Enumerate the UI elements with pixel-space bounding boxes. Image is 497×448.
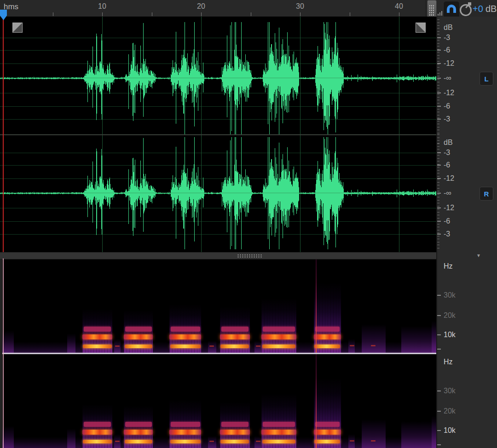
spectrogram-band-mid [315, 327, 340, 332]
spectrogram-faint-patch [208, 341, 216, 353]
timeline-ruler-bar[interactable]: hms 10203040 +0 dB [0, 0, 497, 17]
spectrogram-band-mid [171, 422, 200, 427]
ruler-tick [152, 12, 152, 16]
ruler-tick [201, 12, 202, 16]
db-tick-major [437, 37, 441, 38]
spectrogram-band-mid [84, 327, 111, 332]
spectrogram-band-mid [125, 327, 152, 332]
db-tick-major [437, 78, 441, 79]
spectrogram-faint-patch [432, 321, 436, 353]
db-tick-major [437, 165, 441, 166]
grip-dots-icon [429, 5, 434, 17]
spectrogram-burst [261, 299, 296, 353]
ruler-tick [399, 12, 399, 16]
spectrogram-band-hot [220, 440, 249, 443]
spectrogram-band-hot [170, 440, 201, 443]
spectrogram-burst [82, 404, 112, 448]
freq-tick-major [437, 295, 441, 296]
transient-line [316, 354, 317, 448]
spectrogram-band-mid [221, 422, 249, 427]
panel-divider[interactable] [0, 252, 436, 259]
db-tick-major [437, 221, 441, 222]
volume-knob-detent [468, 2, 471, 6]
spectrogram-band-hot [220, 345, 249, 348]
scale-panel[interactable]: dB-3-6-12-∞-12-6-3dB-3-6-12-∞-12-6-3Hz30… [436, 17, 497, 448]
spectrogram-burst [314, 378, 341, 448]
spectrogram-band-hot [314, 345, 340, 348]
db-scale-label: -3 [444, 149, 450, 157]
ruler-time-label: 10 [98, 2, 106, 11]
waveform-canvas[interactable] [0, 17, 436, 252]
spectrogram-band-hot [314, 334, 341, 339]
ruler-tick [102, 12, 103, 16]
ruler-tick [300, 12, 301, 16]
playhead-line-waveform [3, 17, 4, 252]
db-tick-strip [437, 19, 439, 134]
db-scale-label: -6 [444, 46, 450, 54]
freq-scale-label: 20k [444, 311, 456, 320]
db-scale-label: dB [444, 23, 453, 32]
spectrogram-band-hot [169, 334, 201, 339]
volume-knob-icon[interactable] [460, 4, 472, 16]
spectrogram-speck [350, 440, 354, 442]
spectrogram-burst [220, 307, 250, 353]
db-scale-label: -6 [444, 161, 450, 169]
db-scale-label: -12 [444, 59, 454, 68]
spectrogram-band-hot [261, 334, 296, 339]
spectrogram-band-hot [83, 440, 111, 443]
db-tick-major [437, 106, 441, 107]
ruler-time-label: 20 [197, 2, 205, 11]
spectrogram-speck [256, 345, 260, 347]
waveform-trace [0, 137, 436, 249]
freq-tick-major [437, 411, 441, 412]
db-tick-major [437, 207, 441, 208]
spectrogram-band-hot [170, 345, 201, 348]
db-tick-major [437, 193, 441, 194]
db-tick-strip [437, 134, 439, 249]
fade-in-handle[interactable] [12, 23, 23, 33]
divider-grip-icon[interactable] [237, 254, 262, 258]
channel-badge-left[interactable]: L [480, 72, 493, 86]
spectrogram-band-mid [263, 327, 295, 332]
freq-tick-major [437, 349, 441, 350]
db-tick-major [437, 63, 441, 64]
spectrogram-band-mid [84, 422, 111, 427]
db-tick-major [437, 152, 441, 153]
db-tick-major [437, 178, 441, 179]
freq-tick-major [437, 430, 441, 431]
spectrogram-speck [209, 345, 214, 347]
spectrogram-canvas[interactable] [0, 258, 436, 448]
spectrogram-right-channel [0, 354, 436, 448]
collapse-button[interactable]: ▼ [475, 253, 482, 258]
spectrogram-band-hot [82, 430, 112, 435]
spectrogram-burst [314, 283, 341, 353]
spectrogram-faint-patch [401, 326, 436, 353]
spectrogram-faint-patch [67, 333, 75, 353]
spectrogram-band-mid [221, 327, 249, 332]
spectrogram-speck [209, 441, 214, 442]
audio-editor: hms 10203040 +0 dB dB-3-6-12-∞-12-6-3dB-… [0, 0, 497, 448]
fade-out-handle[interactable] [416, 23, 426, 33]
ruler-tick [350, 12, 350, 16]
spectrogram-band-hot [314, 430, 341, 435]
freq-scale-label: 20k [444, 407, 456, 415]
spectrogram-band-hot [124, 430, 153, 435]
spectrogram-band-hot [124, 334, 153, 339]
waveform-trace [0, 22, 436, 134]
spectrogram-speck [115, 441, 120, 442]
freq-scale-label: 30k [444, 291, 456, 299]
freq-scale-label: 10k [444, 426, 456, 435]
freq-scale-label: 30k [444, 387, 456, 395]
spectrogram-band-hot [125, 440, 152, 443]
volume-value[interactable]: +0 [473, 4, 483, 14]
spectrogram-band-hot [262, 440, 296, 443]
spectrogram-burst [169, 400, 201, 448]
channel-badge-right[interactable]: R [480, 187, 493, 201]
spectrogram-band-hot [220, 334, 250, 339]
volume-unit-label: dB [485, 4, 497, 14]
spectrogram-faint-patch [67, 429, 75, 448]
spectrogram-band-hot [314, 440, 340, 443]
spectrogram-burst [124, 310, 153, 353]
freq-tick-major [437, 315, 441, 316]
ruler-time-label: 30 [296, 2, 304, 11]
